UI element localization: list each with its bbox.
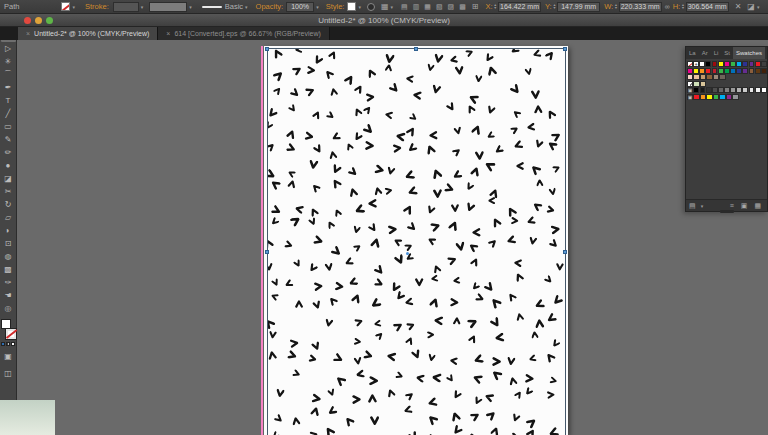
selection-handle-top-center[interactable] [414,47,418,51]
gradient-tool[interactable]: ▩ [1,263,16,276]
panel-tab-ar[interactable]: Ar [699,47,711,59]
lasso-tool[interactable]: ⌒ [1,68,16,81]
more-options-caret-icon[interactable]: ▾ [757,4,760,10]
swatch-color[interactable] [732,94,738,100]
swatch-color[interactable] [736,87,742,93]
swatch-color[interactable] [718,87,724,93]
swatch-color[interactable] [705,68,711,74]
panel-tab-li[interactable]: Li [711,47,722,59]
none-button[interactable] [11,342,15,346]
gradient-button[interactable] [6,342,10,346]
width-profile-field[interactable] [149,2,187,12]
swatch-kinds-icon[interactable]: ≡ [730,202,734,210]
swatch-color[interactable] [719,94,725,100]
new-swatch-icon[interactable]: ▦ [754,202,761,210]
align-vertical-center-icon[interactable]: ▨ [448,3,455,11]
swatch-color[interactable] [713,74,719,80]
scale-tool[interactable]: ▱ [1,211,16,224]
swatch-color[interactable] [693,68,699,74]
align-horizontal-center-icon[interactable]: ▥ [413,3,420,11]
align-horizontal-left-icon[interactable]: ▤ [401,3,408,11]
selection-handle-top-left[interactable] [265,47,269,51]
swatch-color[interactable] [693,87,699,93]
swatch-color[interactable] [705,61,711,67]
align-horizontal-right-icon[interactable]: ▦ [424,3,431,11]
color-group-folder-icon[interactable]: ▣ [687,87,693,93]
swatch-color[interactable] [693,74,699,80]
h-stepper[interactable]: ▲▼ [681,4,684,10]
swatch-color[interactable] [706,94,712,100]
screen-mode-button[interactable]: ◫ [1,367,16,380]
swatch-color[interactable] [761,61,767,67]
y-stepper[interactable]: ▲▼ [553,4,556,10]
swatch-color[interactable] [742,61,748,67]
tab-614-converted[interactable]: × 614 [Converted].eps @ 66.67% (RGB/Prev… [158,27,330,40]
swatch-color[interactable] [761,87,767,93]
panel-tab-la[interactable]: La [686,47,699,59]
swatch-color[interactable] [755,68,761,74]
swatch-color[interactable] [724,87,730,93]
swatch-color[interactable] [719,74,725,80]
new-color-group-icon[interactable]: ▣ [741,202,748,210]
selection-handle-mid-left[interactable] [265,250,269,254]
selected-pattern-object[interactable] [267,48,566,435]
swatch-color[interactable] [718,61,724,67]
selection-handle-top-right[interactable] [563,47,567,51]
selection-handle-mid-right[interactable] [563,250,567,254]
swatch-color[interactable] [700,94,706,100]
h-field[interactable]: 306.564 mm [686,2,729,12]
zoom-window-icon[interactable] [46,17,53,24]
blob-brush-tool[interactable]: ● [1,159,16,172]
eraser-tool[interactable]: ◪ [1,172,16,185]
swatch-color[interactable] [687,74,693,80]
stroke-weight-caret-icon[interactable]: ▾ [141,4,144,10]
scissors-tool[interactable]: ✂ [1,185,16,198]
rectangle-tool[interactable]: ▭ [1,120,16,133]
type-tool[interactable]: T [1,94,16,107]
align-menu-icon[interactable]: ▦ [381,2,389,11]
swatch-color[interactable] [749,61,755,67]
paintbrush-tool[interactable]: ✎ [1,133,16,146]
opacity-field[interactable]: 100% [286,2,314,12]
width-profile-caret-icon[interactable]: ▾ [189,4,192,10]
swatch-libraries-icon[interactable]: ▤ [689,202,696,210]
selection-center-point[interactable] [406,252,409,255]
zoom-tool[interactable]: ◎ [1,302,16,315]
swatch-color[interactable] [706,87,712,93]
style-caret-icon[interactable]: ▾ [358,4,361,10]
style-swatch[interactable] [347,2,356,11]
pencil-tool[interactable]: ✏ [1,146,16,159]
swatch-color[interactable] [724,61,730,67]
width-tool[interactable]: ◗ [1,224,16,237]
swatch-color[interactable] [712,61,718,67]
swatch-color[interactable] [726,94,732,100]
align-vertical-top-icon[interactable]: ▧ [436,3,443,11]
swatch-color[interactable] [730,87,736,93]
swatch-color[interactable] [724,68,730,74]
rotate-tool[interactable]: ↻ [1,198,16,211]
fill-stroke-indicator[interactable] [1,319,16,339]
swatch-color[interactable] [742,68,748,74]
w-field[interactable]: 220.333 mm [619,2,662,12]
swatch-color[interactable] [749,68,755,74]
swatch-color[interactable] [761,68,767,74]
stroke-proxy[interactable] [6,329,16,339]
swatch-pattern-green[interactable] [693,81,699,87]
swatch-pattern-tan[interactable] [700,81,706,87]
swatch-color[interactable] [736,61,742,67]
fill-color-swatch[interactable] [61,2,70,11]
direct-selection-tool[interactable]: ▷ [1,42,16,55]
stroke-weight-field[interactable] [113,2,139,12]
color-button[interactable] [1,342,5,346]
x-stepper[interactable]: ▲▼ [494,4,497,10]
swatch-color[interactable] [687,68,693,74]
panel-tab-br[interactable]: Br [765,47,767,59]
swatch-color[interactable] [712,68,718,74]
reference-point-icon[interactable]: ⊞ [472,2,479,11]
swatch-pattern-dot[interactable] [687,81,693,87]
tab-untitled-2[interactable]: × Untitled-2* @ 100% (CMYK/Preview) [18,27,158,40]
swatch-color[interactable] [700,87,706,93]
color-group-folder-icon[interactable]: ▣ [687,94,693,100]
pen-tool[interactable]: ✒ [1,81,16,94]
fill-caret-icon[interactable]: ▾ [72,4,75,10]
